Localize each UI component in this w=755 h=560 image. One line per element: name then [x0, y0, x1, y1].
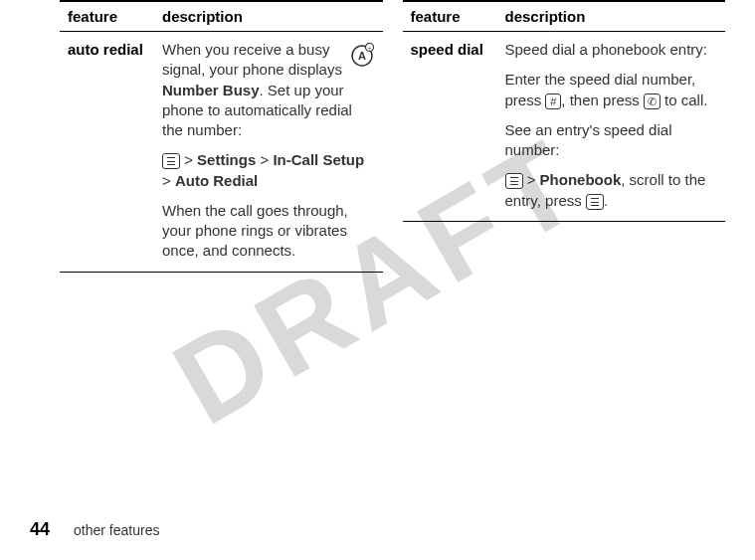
right-column: feature description speed dial Speed dia… [403, 0, 726, 273]
send-key-icon: ✆ [644, 93, 661, 109]
svg-text:+: + [367, 45, 371, 51]
menu-key-icon: ☰ [162, 153, 180, 169]
speed-dial-p4-sep1: > [523, 171, 540, 188]
speed-dial-p4c: . [604, 192, 608, 209]
footer-section: other features [74, 522, 159, 538]
page-number: 44 [30, 519, 50, 540]
menu-key-icon: ☰ [505, 173, 523, 189]
number-busy-term: Number Busy [162, 82, 260, 98]
auto-redial-feature: auto redial [60, 32, 154, 273]
auto-redial-description: A + When you receive a busy signal, your… [154, 32, 383, 273]
hash-key-icon: # [545, 93, 561, 109]
left-header-feature: feature [60, 1, 154, 32]
left-column: feature description auto redial A + [60, 0, 383, 273]
speed-dial-description: Speed dial a phonebook entry: Enter the … [497, 32, 726, 222]
right-table: feature description speed dial Speed dia… [403, 0, 726, 222]
auto-redial-p3: When the call goes through, your phone r… [162, 201, 375, 262]
page-footer: 44 other features [30, 519, 159, 540]
nav-sep3: > [162, 172, 175, 189]
speed-dial-p1: Speed dial a phonebook entry: [505, 40, 718, 60]
table-row: speed dial Speed dial a phonebook entry:… [403, 32, 726, 222]
right-header-feature: feature [403, 1, 497, 32]
nav-sep2: > [256, 151, 273, 168]
speed-dial-p2b: , then press [561, 92, 644, 108]
speed-dial-p3: See an entry's speed dial number: [505, 120, 718, 161]
phonebook-term: Phonebook [540, 171, 622, 188]
left-table: feature description auto redial A + [60, 0, 383, 273]
nav-incall: In-Call Setup [273, 151, 364, 168]
feature-badge-icon: A + [349, 42, 375, 68]
table-row: auto redial A + When you receive a busy [60, 32, 383, 273]
speed-dial-p2c: to call. [661, 92, 708, 108]
content-columns: feature description auto redial A + [0, 0, 755, 273]
right-header-description: description [497, 1, 726, 32]
auto-redial-p1a: When you receive a busy signal, your pho… [162, 41, 342, 78]
nav-autoredial: Auto Redial [175, 172, 258, 189]
nav-settings: Settings [197, 151, 256, 168]
svg-text:A: A [358, 50, 366, 62]
menu-key-icon: ☰ [586, 194, 604, 210]
speed-dial-feature: speed dial [403, 32, 497, 222]
nav-sep1: > [180, 151, 197, 168]
left-header-description: description [154, 1, 383, 32]
